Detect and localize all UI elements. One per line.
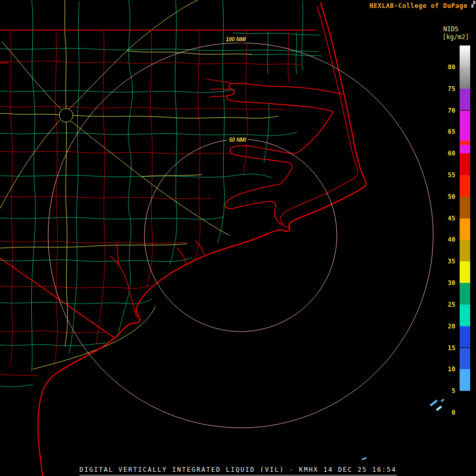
colorbar-segment-0-5 bbox=[460, 391, 470, 413]
colorbar-segment-55-60 bbox=[460, 153, 470, 175]
product-footer-title: DIGITAL VERTICALLY INTEGRATED LIQUID (VI… bbox=[79, 466, 397, 475]
colorbar-segment-25-30 bbox=[460, 283, 470, 305]
colorbar-tick-label: 70 bbox=[431, 107, 455, 114]
highways bbox=[0, 0, 278, 369]
range-ring-100nmi bbox=[48, 43, 433, 428]
colorbar-tick-label: 80 bbox=[431, 63, 455, 71]
colorbar-segment-75-80 bbox=[460, 67, 470, 89]
range-rings bbox=[48, 43, 433, 428]
colorbar-tick-label: 45 bbox=[431, 215, 455, 222]
colorbar-tick-label: 50 bbox=[431, 193, 455, 200]
colorbar-segment-80-85 bbox=[460, 45, 470, 67]
colorbar-segment-65-70 bbox=[460, 111, 470, 132]
colorbar-tick-label: 40 bbox=[431, 236, 455, 243]
colorbar-segment-35-40 bbox=[460, 240, 470, 261]
colorbar-tick-label: 0 bbox=[431, 409, 455, 416]
colorbar-segment-70-75 bbox=[460, 89, 470, 111]
radar-echo bbox=[362, 457, 367, 460]
colorbar bbox=[460, 45, 470, 413]
cod-logo-icon: ▞ bbox=[471, 2, 475, 7]
county-lines-green bbox=[0, 0, 322, 387]
state-border-nc-sc bbox=[0, 258, 115, 338]
cape-fear-river bbox=[110, 256, 137, 318]
colorbar-tick-label: 15 bbox=[431, 344, 455, 352]
colorbar-segment-62-63 bbox=[460, 141, 470, 145]
colorbar-tick-label: 35 bbox=[431, 258, 455, 265]
river-finger bbox=[210, 89, 231, 90]
colorbar-segment-63-65 bbox=[460, 132, 470, 140]
colorbar-tick-label: 25 bbox=[431, 301, 455, 308]
coastline-and-borders bbox=[0, 2, 366, 476]
colorbar-tick-label: 20 bbox=[431, 323, 455, 330]
range-ring-label-50nmi: 50 NMI bbox=[227, 136, 248, 143]
colorbar-segment-5-10 bbox=[460, 369, 470, 391]
colorbar-tick-label: 10 bbox=[431, 365, 455, 373]
colorbar-tick-label: 55 bbox=[431, 171, 455, 179]
colorbar-segment-10-15 bbox=[460, 348, 470, 370]
colorbar-labels: 80757065605550454035302520151050 bbox=[431, 0, 455, 476]
pamlico-neuse-shore bbox=[225, 112, 333, 227]
beltline-road bbox=[59, 108, 73, 122]
colorbar-tick-label: 30 bbox=[431, 279, 455, 287]
colorbar-segment-45-50 bbox=[460, 197, 470, 218]
coastline bbox=[38, 2, 366, 476]
colorbar-segment-60-62 bbox=[460, 145, 470, 153]
radar-display: NEXLAB-College of DuPage ▞ NIDS [kg/m2] … bbox=[0, 0, 476, 476]
footer: DIGITAL VERTICALLY INTEGRATED LIQUID (VI… bbox=[0, 464, 476, 474]
river-finger bbox=[205, 78, 233, 84]
colorbar-segment-40-45 bbox=[460, 218, 470, 240]
colorbar-tick-label: 5 bbox=[431, 387, 455, 395]
outer-banks-sound-side bbox=[280, 6, 358, 224]
colorbar-segment-30-35 bbox=[460, 261, 470, 283]
colorbar-tick-label: 60 bbox=[431, 150, 455, 157]
colorbar-tick-label: 65 bbox=[431, 128, 455, 135]
albemarle-sound bbox=[226, 83, 343, 112]
range-ring-label-100nmi: 100 NMI bbox=[224, 36, 248, 43]
colorbar-segment-50-55 bbox=[460, 175, 470, 197]
colorbar-tick-label: 75 bbox=[431, 85, 455, 93]
colorbar-segment-20-25 bbox=[460, 305, 470, 326]
radar-map bbox=[0, 0, 476, 476]
colorbar-segment-15-20 bbox=[460, 326, 470, 348]
range-ring-50nmi bbox=[144, 139, 337, 332]
